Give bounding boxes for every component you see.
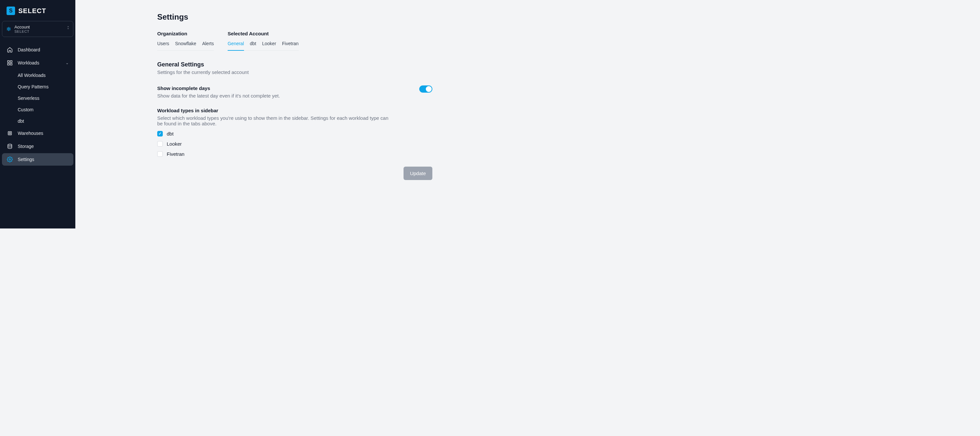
updown-icon: ˄˅ xyxy=(67,27,69,31)
checkbox-fivetran[interactable] xyxy=(157,151,163,157)
section-desc: Settings for the currently selected acco… xyxy=(157,70,432,75)
setting-text: Workload types in sidebar Select which w… xyxy=(157,108,432,126)
database-icon xyxy=(6,143,13,149)
account-switcher[interactable]: ❄ Account SELECT ˄˅ xyxy=(2,21,73,37)
svg-point-6 xyxy=(8,144,12,146)
sidebar-item-label: Settings xyxy=(18,157,34,162)
sidebar-item-label: All Workloads xyxy=(18,73,46,78)
snowflake-icon: ❄ xyxy=(6,26,11,32)
sidebar-subitem-serverless[interactable]: Serverless xyxy=(13,93,73,104)
setting-hint: Show data for the latest day even if it'… xyxy=(157,93,393,98)
org-tabs: Users Snowflake Alerts xyxy=(157,41,214,51)
account-tabs: General dbt Looker Fivetran xyxy=(228,41,299,51)
setting-label: Show incomplete days xyxy=(157,86,419,91)
sidebar-item-label: Custom xyxy=(18,107,33,112)
sidebar: S SELECT ❄ Account SELECT ˄˅ Dashboard W… xyxy=(0,0,75,228)
tab-groups: Organization Users Snowflake Alerts Sele… xyxy=(157,31,432,51)
tab-group-title-org: Organization xyxy=(157,31,214,36)
checkbox-dbt[interactable] xyxy=(157,131,163,136)
setting-workload-types: Workload types in sidebar Select which w… xyxy=(157,108,432,157)
workload-type-checkboxes: dbt Looker Fivetran xyxy=(157,131,432,157)
account-label: Account xyxy=(14,25,64,30)
sidebar-subitem-query-patterns[interactable]: Query Patterns xyxy=(13,81,73,92)
tab-fivetran[interactable]: Fivetran xyxy=(282,41,299,51)
chevron-down-icon: ⌄ xyxy=(65,60,69,65)
setting-label: Workload types in sidebar xyxy=(157,108,432,113)
sidebar-item-label: dbt xyxy=(18,119,24,124)
sidebar-subitem-custom[interactable]: Custom xyxy=(13,104,73,115)
update-row: Update xyxy=(157,166,432,180)
sidebar-item-workloads[interactable]: Workloads ⌄ xyxy=(2,57,73,69)
page-title: Settings xyxy=(157,13,432,22)
tab-general[interactable]: General xyxy=(228,41,244,51)
brand-name: SELECT xyxy=(18,7,46,15)
home-icon xyxy=(6,47,13,53)
svg-point-7 xyxy=(9,159,11,160)
setting-hint: Select which workload types you're using… xyxy=(157,115,393,126)
sidebar-item-settings[interactable]: Settings xyxy=(2,153,73,166)
brand: S SELECT xyxy=(0,6,75,21)
tab-looker[interactable]: Looker xyxy=(262,41,276,51)
sidebar-item-label: Serverless xyxy=(18,95,39,101)
svg-rect-4 xyxy=(8,132,12,135)
checkbox-label: dbt xyxy=(167,131,173,136)
svg-rect-2 xyxy=(8,63,9,65)
tab-group-title-account: Selected Account xyxy=(228,31,299,36)
account-value: SELECT xyxy=(14,30,64,33)
sidebar-item-label: Dashboard xyxy=(18,47,40,52)
content-wrap: Settings Organization Users Snowflake Al… xyxy=(157,13,432,180)
svg-rect-0 xyxy=(8,60,9,62)
sidebar-item-dashboard[interactable]: Dashboard xyxy=(2,44,73,56)
sidebar-item-storage[interactable]: Storage xyxy=(2,140,73,152)
gear-icon xyxy=(6,157,13,162)
tab-alerts[interactable]: Alerts xyxy=(202,41,214,51)
toggle-incomplete-days[interactable] xyxy=(419,86,432,93)
sidebar-subitem-all-workloads[interactable]: All Workloads xyxy=(13,70,73,81)
main-content: Settings Organization Users Snowflake Al… xyxy=(75,0,510,228)
sidebar-item-label: Warehouses xyxy=(18,131,43,136)
grid-icon xyxy=(6,60,13,66)
tab-dbt[interactable]: dbt xyxy=(250,41,256,51)
checkbox-looker[interactable] xyxy=(157,141,163,147)
workloads-subnav: All Workloads Query Patterns Serverless … xyxy=(2,70,73,127)
tab-snowflake[interactable]: Snowflake xyxy=(175,41,197,51)
sidebar-item-label: Query Patterns xyxy=(18,84,48,89)
svg-rect-5 xyxy=(9,133,11,134)
checkbox-label: Fivetran xyxy=(167,151,185,157)
svg-rect-1 xyxy=(11,60,12,62)
tab-group-organization: Organization Users Snowflake Alerts xyxy=(157,31,214,51)
checkbox-label: Looker xyxy=(167,141,182,147)
toggle-knob xyxy=(426,86,432,92)
setting-incomplete-days: Show incomplete days Show data for the l… xyxy=(157,86,432,98)
brand-logo-icon: S xyxy=(6,6,15,15)
tab-users[interactable]: Users xyxy=(157,41,169,51)
sidebar-item-warehouses[interactable]: Warehouses xyxy=(2,127,73,140)
checkbox-row-looker: Looker xyxy=(157,141,432,147)
setting-text: Show incomplete days Show data for the l… xyxy=(157,86,419,98)
cpu-icon xyxy=(6,130,13,136)
sidebar-item-label: Workloads xyxy=(18,60,39,65)
checkbox-row-dbt: dbt xyxy=(157,131,432,136)
tab-group-account: Selected Account General dbt Looker Five… xyxy=(228,31,299,51)
section-title: General Settings xyxy=(157,61,432,68)
sidebar-item-label: Storage xyxy=(18,144,34,149)
checkbox-row-fivetran: Fivetran xyxy=(157,151,432,157)
account-text: Account SELECT xyxy=(14,25,64,33)
primary-nav: Dashboard Workloads ⌄ All Workloads Quer… xyxy=(0,44,75,166)
update-button[interactable]: Update xyxy=(404,166,432,180)
sidebar-subitem-dbt[interactable]: dbt xyxy=(13,116,73,127)
svg-rect-3 xyxy=(11,63,12,65)
